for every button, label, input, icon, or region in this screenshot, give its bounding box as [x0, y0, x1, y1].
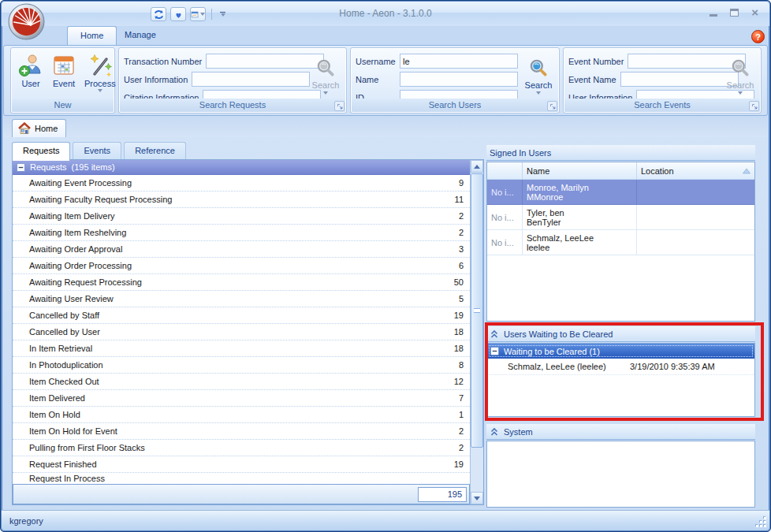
waiting-user-row[interactable]: Schmalz, LeeLee (leelee) 3/19/2010 9:35:… [487, 359, 754, 375]
request-status-label: Cancelled by Staff [29, 311, 454, 320]
event-name-label: Event Name [568, 75, 616, 84]
search-requests-button[interactable]: Search [307, 50, 345, 102]
user-location-cell [637, 180, 754, 205]
request-status-label: Request Finished [29, 459, 454, 469]
request-status-row[interactable]: Cancelled by Staff 19 [13, 307, 470, 324]
user-username: leelee [527, 243, 632, 252]
request-status-row[interactable]: In Photoduplication 8 [13, 357, 470, 374]
user-username: BenTyler [527, 218, 632, 227]
request-status-count: 2 [459, 426, 464, 436]
requests-list: Requests (195 items) Awaiting Event Proc… [12, 159, 484, 505]
dropdown-caret-icon [98, 89, 102, 92]
close-button[interactable]: × [751, 9, 758, 17]
waiting-section-header[interactable]: Users Waiting to Be Cleared [486, 326, 755, 342]
dialog-launcher-icon[interactable] [547, 101, 557, 111]
request-status-row[interactable]: Awaiting User Review 5 [13, 291, 470, 307]
minimize-button[interactable] [710, 9, 717, 17]
magic-wand-icon [88, 53, 113, 78]
column-header-location[interactable]: Location [637, 162, 754, 180]
system-section-header[interactable]: System [486, 424, 755, 440]
request-status-row[interactable]: Item Delivered 7 [13, 390, 470, 407]
qat-overflow-button[interactable] [218, 10, 227, 18]
collapse-minus-icon[interactable] [17, 163, 25, 172]
scroll-up-button[interactable] [471, 160, 483, 173]
tab-requests[interactable]: Requests [12, 142, 70, 161]
dropdown-caret-icon [536, 91, 541, 95]
collapse-minus-icon[interactable] [490, 347, 499, 355]
ribbon-group-search-events: Event Number Event Name User Information… [563, 47, 762, 113]
request-status-row[interactable]: Awaiting Item Delivery 2 [13, 208, 470, 225]
collapse-chevrons-icon[interactable] [490, 427, 499, 437]
scroll-down-button[interactable] [471, 492, 483, 504]
signed-in-users-header: Signed In Users [486, 145, 755, 161]
request-status-row[interactable]: Item On Hold 1 [13, 407, 470, 423]
request-status-row[interactable]: Awaiting Event Processing 9 [13, 175, 470, 192]
request-status-count: 19 [454, 459, 464, 469]
request-status-count: 7 [459, 393, 464, 403]
request-status-label: Awaiting Request Processing [29, 277, 454, 287]
signed-in-user-row[interactable]: No i... Monroe, Marilyn MMonroe [487, 180, 754, 205]
user-information-label: User Information [124, 75, 188, 84]
title-bar[interactable]: Home - Aeon - 3.1.0.0 × [2, 2, 769, 26]
dropdown-caret-icon [323, 91, 328, 95]
requests-group-header[interactable]: Requests (195 items) [13, 160, 470, 175]
dialog-launcher-icon[interactable] [334, 101, 345, 111]
user-information-input[interactable] [192, 72, 310, 87]
tab-events[interactable]: Events [73, 142, 121, 159]
request-status-row[interactable]: Request In Process [13, 473, 470, 483]
dialog-launcher-icon[interactable] [749, 101, 759, 111]
scrollbar-grip-icon [474, 308, 480, 313]
scrollbar-track[interactable] [471, 173, 483, 492]
signed-in-user-row[interactable]: No i... Tyler, ben BenTyler [487, 205, 754, 230]
signed-in-user-row[interactable]: No i... Schmalz, LeeLee leelee [487, 230, 754, 255]
request-status-row[interactable]: Awaiting Faculty Request Processing 11 [13, 192, 470, 208]
tab-reference[interactable]: Reference [124, 142, 186, 159]
request-status-count: 9 [459, 178, 464, 188]
scrollbar-thumb[interactable] [471, 173, 483, 448]
request-status-row[interactable]: Request Finished 19 [13, 456, 470, 473]
heart-icon[interactable] [170, 7, 186, 21]
requests-list-footer: 195 [13, 484, 470, 504]
user-name: Monroe, Marilyn [527, 183, 632, 192]
ribbon-tab-manage[interactable]: Manage [112, 26, 169, 45]
new-user-button[interactable]: User [16, 51, 46, 90]
request-status-row[interactable]: Pulling from First Floor Stacks 2 [13, 440, 470, 456]
waiting-user-name: Schmalz, LeeLee (leelee) [508, 362, 606, 371]
request-status-row[interactable]: Awaiting Order Approval 3 [13, 241, 470, 258]
request-status-label: Awaiting Event Processing [29, 178, 459, 188]
window-layout-icon[interactable] [190, 7, 206, 21]
column-header-name[interactable]: Name [523, 162, 637, 180]
request-status-row[interactable]: Awaiting Item Reshelving 2 [13, 225, 470, 241]
window-title: Home - Aeon - 3.1.0.0 [2, 8, 769, 19]
sync-icon[interactable] [151, 7, 166, 21]
user-name: Schmalz, LeeLee [527, 233, 632, 243]
user-image-cell: No i... [487, 205, 523, 230]
request-status-row[interactable]: Awaiting Request Processing 50 [13, 274, 470, 291]
waiting-group-header[interactable]: Waiting to be Cleared (1) [487, 344, 754, 359]
aeon-logo-icon[interactable] [8, 3, 45, 40]
collapse-chevrons-icon[interactable] [490, 329, 499, 339]
help-button[interactable]: ? [751, 30, 765, 43]
process-button[interactable]: Process [82, 51, 118, 94]
username-input[interactable] [400, 54, 518, 69]
request-status-row[interactable]: Cancelled by User 18 [13, 324, 470, 340]
new-event-button[interactable]: Event [49, 51, 79, 90]
requests-scrollbar[interactable] [470, 160, 483, 504]
ribbon-tab-home[interactable]: Home [67, 26, 117, 45]
search-events-button[interactable]: Search [721, 50, 759, 102]
request-status-row[interactable]: Item On Hold for Event 2 [13, 423, 470, 440]
request-status-count: 8 [459, 360, 464, 370]
status-bar: kgregory [2, 510, 769, 530]
column-header-image[interactable] [487, 162, 523, 180]
maximize-button[interactable] [730, 9, 739, 17]
resize-grip[interactable] [756, 517, 766, 527]
name-input[interactable] [400, 72, 518, 87]
request-status-row[interactable]: Item Checked Out 12 [13, 374, 470, 390]
search-users-button[interactable]: Search [520, 50, 557, 102]
request-status-label: Awaiting Faculty Request Processing [29, 195, 455, 204]
request-status-label: Request In Process [29, 474, 464, 483]
request-status-row[interactable]: Awaiting Order Processing 6 [13, 258, 470, 274]
request-status-row[interactable]: In Item Retrieval 18 [13, 340, 470, 357]
document-tab-home[interactable]: Home [12, 119, 66, 137]
request-status-label: Item On Hold for Event [29, 426, 459, 436]
